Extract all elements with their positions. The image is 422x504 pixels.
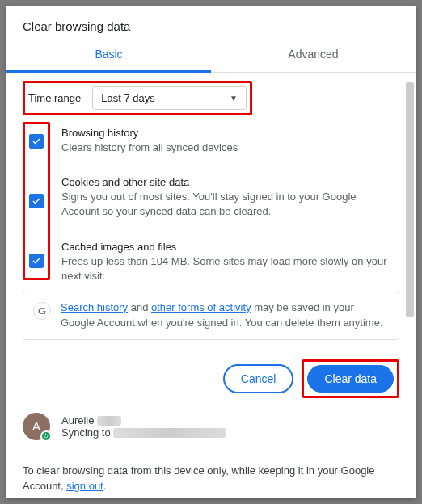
dialog-title: Clear browsing data	[6, 6, 416, 40]
google-activity-text: Search history and other forms of activi…	[61, 300, 389, 331]
checkbox-cookies[interactable]	[29, 194, 44, 208]
options-scroll-area: Time range Last 7 days ▼ Browsi	[6, 73, 416, 348]
sign-out-link[interactable]: sign out	[66, 480, 103, 492]
tab-basic[interactable]: Basic	[6, 40, 211, 73]
time-range-label: Time range	[28, 92, 81, 104]
checkbox-browsing-history[interactable]	[29, 134, 44, 149]
footer-text: To clear browsing data from this device …	[6, 448, 416, 504]
option-item: Cached images and files Frees up less th…	[61, 241, 393, 284]
option-desc: Clears history from all synced devices	[61, 141, 393, 155]
time-range-select[interactable]: Last 7 days ▼	[92, 86, 247, 110]
account-name: Aurelie	[61, 414, 94, 426]
check-icon	[32, 196, 41, 206]
avatar-initial: A	[32, 419, 40, 433]
checkbox-cache[interactable]	[29, 254, 44, 268]
time-range-row: Time range Last 7 days ▼	[23, 81, 252, 116]
account-status-prefix: Syncing to	[61, 426, 111, 439]
option-desc: Frees up less than 104 MB. Some sites ma…	[61, 254, 393, 284]
tab-advanced[interactable]: Advanced	[211, 40, 416, 72]
scrollbar[interactable]	[406, 82, 414, 317]
clear-browsing-data-dialog: Clear browsing data Basic Advanced Time …	[6, 6, 416, 498]
option-title: Cookies and other site data	[61, 176, 393, 188]
checkbox-column	[23, 122, 50, 280]
option-desc: Signs you out of most sites. You'll stay…	[61, 190, 393, 219]
google-g-icon: G	[33, 302, 51, 320]
options-descriptions: Browsing history Clears history from all…	[61, 122, 393, 284]
dialog-button-row: Cancel Clear data	[6, 348, 416, 410]
clear-data-button[interactable]: Clear data	[307, 365, 394, 393]
account-row: A Aurelie Syncing to	[6, 410, 416, 448]
other-activity-link[interactable]: other forms of activity	[151, 301, 251, 313]
account-text: Aurelie Syncing to	[61, 414, 226, 439]
chevron-down-icon: ▼	[230, 94, 238, 103]
cancel-button[interactable]: Cancel	[223, 364, 294, 393]
google-activity-box: G Search history and other forms of acti…	[23, 292, 399, 340]
search-history-link[interactable]: Search history	[61, 301, 128, 313]
option-title: Browsing history	[61, 127, 393, 139]
sync-badge-icon	[40, 430, 52, 442]
check-icon	[32, 136, 41, 146]
option-item: Cookies and other site data Signs you ou…	[61, 176, 393, 219]
redacted-smudge	[97, 416, 121, 426]
tab-bar: Basic Advanced	[6, 40, 416, 73]
option-item: Browsing history Clears history from all…	[61, 127, 393, 155]
option-title: Cached images and files	[61, 241, 393, 253]
redacted-smudge	[113, 428, 226, 438]
time-range-value: Last 7 days	[101, 92, 155, 104]
check-icon	[32, 256, 41, 266]
clear-data-highlight: Clear data	[302, 359, 399, 398]
avatar: A	[23, 413, 50, 440]
options-block: Browsing history Clears history from all…	[23, 122, 416, 284]
